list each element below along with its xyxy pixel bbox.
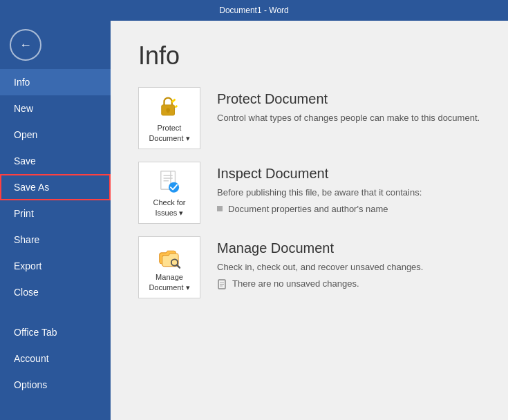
inspect-icon bbox=[155, 168, 184, 195]
main-layout: ← Info New Open Save Save As bbox=[0, 21, 508, 420]
sidebar: ← Info New Open Save Save As bbox=[0, 21, 111, 420]
inspect-section: Check forIssues ▾ Inspect Document Befor… bbox=[138, 162, 480, 224]
doc-bullet-icon bbox=[217, 279, 228, 290]
manage-icon-label: ManageDocument ▾ bbox=[149, 272, 189, 292]
manage-section: ManageDocument ▾ Manage Document Check i… bbox=[138, 236, 480, 298]
protect-section: ProtectDocument ▾ Protect Document Contr… bbox=[138, 87, 480, 149]
manage-detail-0: There are no unsaved changes. bbox=[217, 278, 480, 290]
sidebar-item-save-as[interactable]: Save As bbox=[0, 174, 111, 200]
title-bar: Document1 - Word bbox=[0, 0, 508, 21]
sidebar-bottom: Office Tab Account Options bbox=[0, 319, 111, 403]
sidebar-item-open[interactable]: Open bbox=[0, 122, 111, 148]
svg-line-15 bbox=[177, 265, 180, 268]
manage-desc: Check in, check out, and recover unsaved… bbox=[217, 260, 480, 274]
sidebar-spacer bbox=[0, 305, 111, 319]
bullet-icon bbox=[217, 206, 223, 211]
back-button[interactable]: ← bbox=[10, 29, 41, 61]
sidebar-item-office-tab[interactable]: Office Tab bbox=[0, 319, 111, 345]
sidebar-item-options[interactable]: Options bbox=[0, 372, 111, 398]
protect-desc: Control what types of changes people can… bbox=[217, 111, 480, 125]
sidebar-item-close[interactable]: Close bbox=[0, 279, 111, 305]
inspect-detail-0: Document properties and author's name bbox=[217, 204, 480, 214]
sidebar-item-info[interactable]: Info bbox=[0, 69, 111, 95]
svg-rect-2 bbox=[167, 110, 169, 113]
sidebar-item-account[interactable]: Account bbox=[0, 345, 111, 372]
inspect-title: Inspect Document bbox=[217, 166, 480, 182]
content-area: Info ProtectDocument ▾ bbox=[111, 21, 508, 420]
page-title: Info bbox=[138, 41, 480, 70]
protect-title: Protect Document bbox=[217, 91, 480, 107]
title-text: Document1 - Word bbox=[219, 6, 288, 15]
sidebar-item-share[interactable]: Share bbox=[0, 227, 111, 253]
inspect-icon-label: Check forIssues ▾ bbox=[153, 198, 185, 218]
sidebar-item-export[interactable]: Export bbox=[0, 253, 111, 279]
protect-icon-label: ProtectDocument ▾ bbox=[149, 123, 189, 143]
protect-icon-box[interactable]: ProtectDocument ▾ bbox=[138, 87, 200, 149]
manage-icon-box[interactable]: ManageDocument ▾ bbox=[138, 236, 200, 298]
inspect-icon-box[interactable]: Check forIssues ▾ bbox=[138, 162, 200, 224]
manage-title: Manage Document bbox=[217, 240, 480, 256]
inspect-text: Inspect Document Before publishing this … bbox=[217, 162, 480, 214]
sidebar-item-save[interactable]: Save bbox=[0, 148, 111, 174]
sidebar-item-new[interactable]: New bbox=[0, 95, 111, 122]
manage-text: Manage Document Check in, check out, and… bbox=[217, 236, 480, 290]
sidebar-nav: Info New Open Save Save As Print bbox=[0, 69, 111, 420]
protect-icon bbox=[155, 93, 184, 120]
sidebar-item-print[interactable]: Print bbox=[0, 200, 111, 227]
manage-icon bbox=[155, 242, 184, 269]
svg-marker-4 bbox=[175, 105, 178, 108]
inspect-desc: Before publishing this file, be aware th… bbox=[217, 186, 480, 200]
protect-text: Protect Document Control what types of c… bbox=[217, 87, 480, 125]
